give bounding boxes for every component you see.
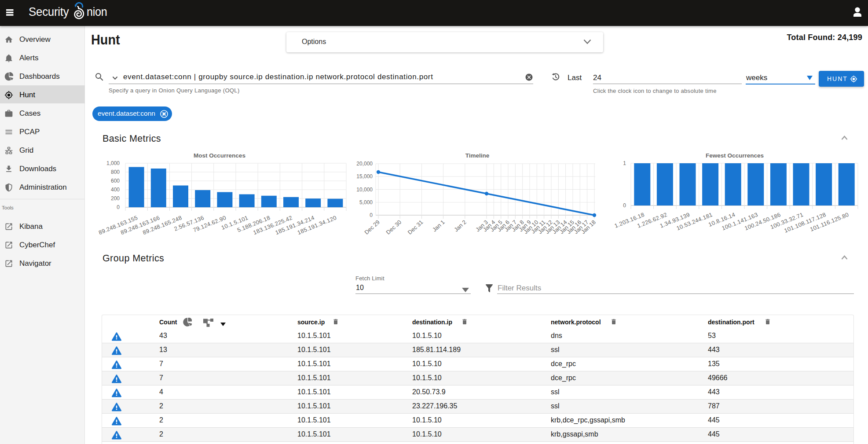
svg-text:Jan 15: Jan 15 xyxy=(558,219,575,235)
svg-text:1,000: 1,000 xyxy=(106,160,120,166)
svg-text:Jan 17: Jan 17 xyxy=(573,219,590,235)
svg-text:89.248.163.155: 89.248.163.155 xyxy=(98,214,139,236)
svg-text:Jan 5: Jan 5 xyxy=(489,219,504,233)
svg-text:600: 600 xyxy=(111,178,120,184)
svg-text:10.8.16.14: 10.8.16.14 xyxy=(707,211,736,228)
svg-text:Jan 4: Jan 4 xyxy=(482,219,497,233)
svg-text:89.248.165.248: 89.248.165.248 xyxy=(142,214,183,236)
svg-text:1: 1 xyxy=(623,160,626,166)
svg-text:Jan 18: Jan 18 xyxy=(580,219,597,235)
svg-text:Jan 9: Jan 9 xyxy=(517,219,532,233)
svg-text:10.53.244.181: 10.53.244.181 xyxy=(675,211,713,232)
svg-text:Dec 30: Dec 30 xyxy=(385,219,403,236)
svg-text:Fewest Occurrences: Fewest Occurrences xyxy=(706,152,764,159)
svg-text:0: 0 xyxy=(370,212,373,218)
svg-text:5,000: 5,000 xyxy=(359,199,373,205)
svg-text:185.191.34.120: 185.191.34.120 xyxy=(297,214,337,236)
svg-text:Jan 13: Jan 13 xyxy=(544,219,561,235)
svg-text:0: 0 xyxy=(623,202,626,209)
svg-text:Dec 31: Dec 31 xyxy=(407,219,425,236)
svg-text:Dec 29: Dec 29 xyxy=(363,219,381,236)
svg-text:Timeline: Timeline xyxy=(465,152,490,159)
svg-text:5.188.206.18: 5.188.206.18 xyxy=(236,214,271,234)
svg-text:15,000: 15,000 xyxy=(356,173,373,180)
svg-text:79.124.62.90: 79.124.62.90 xyxy=(192,214,227,234)
svg-text:Jan 8: Jan 8 xyxy=(510,219,525,233)
svg-text:Jan 12: Jan 12 xyxy=(537,219,554,235)
svg-text:Jan 2: Jan 2 xyxy=(453,219,468,233)
svg-text:100.1.141.163: 100.1.141.163 xyxy=(721,211,759,232)
svg-text:89.248.163.166: 89.248.163.166 xyxy=(120,214,161,236)
svg-text:Jan 6: Jan 6 xyxy=(496,219,511,233)
svg-text:100.24.50.186: 100.24.50.186 xyxy=(743,211,781,232)
svg-text:185.191.34.214: 185.191.34.214 xyxy=(275,214,315,236)
svg-text:Jan 3: Jan 3 xyxy=(474,219,489,233)
svg-text:2.56.57.136: 2.56.57.136 xyxy=(173,214,205,232)
svg-text:10.1.5.101: 10.1.5.101 xyxy=(220,214,249,231)
svg-text:Most Occurrences: Most Occurrences xyxy=(194,152,245,159)
svg-text:Jan 10: Jan 10 xyxy=(522,219,539,235)
svg-text:200: 200 xyxy=(111,195,120,202)
svg-text:Jan 14: Jan 14 xyxy=(551,219,568,235)
svg-text:800: 800 xyxy=(111,169,120,175)
svg-text:101.116.125.80: 101.116.125.80 xyxy=(809,211,850,233)
svg-text:101.108.117.128: 101.108.117.128 xyxy=(783,211,827,234)
svg-text:100.33.32.71: 100.33.32.71 xyxy=(769,211,804,231)
svg-text:1.203.16.18: 1.203.16.18 xyxy=(614,211,645,229)
svg-text:Jan 7: Jan 7 xyxy=(503,219,518,233)
svg-text:Jan 11: Jan 11 xyxy=(530,219,546,235)
svg-text:183.136.225.42: 183.136.225.42 xyxy=(252,214,293,236)
svg-text:0: 0 xyxy=(117,204,120,210)
svg-text:1.226.62.92: 1.226.62.92 xyxy=(636,211,668,229)
svg-text:Jan 16: Jan 16 xyxy=(565,219,582,235)
svg-text:400: 400 xyxy=(111,187,120,193)
svg-text:20,000: 20,000 xyxy=(356,161,373,167)
svg-text:1.34.93.139: 1.34.93.139 xyxy=(659,211,691,229)
svg-text:10,000: 10,000 xyxy=(356,187,373,193)
svg-text:Jan 1: Jan 1 xyxy=(431,219,446,233)
